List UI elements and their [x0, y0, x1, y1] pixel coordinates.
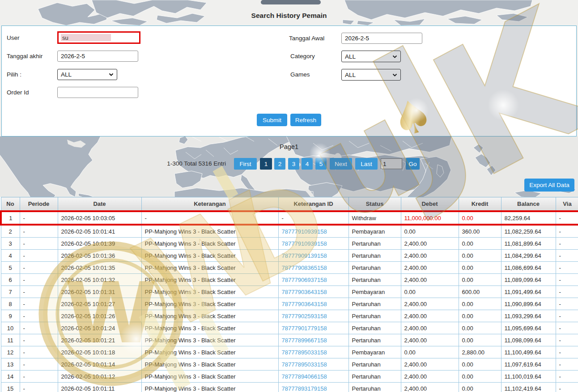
cell-balance: 82,259.64 — [501, 211, 556, 225]
order-id-label: Order Id — [7, 89, 29, 96]
cell-kredit: 0.00 — [459, 250, 501, 262]
cell-via: - — [556, 238, 578, 250]
cell-keterangan: PP-Mahjong Wins 3 - Black Scatter — [141, 383, 278, 392]
cell-via: - — [556, 322, 578, 334]
page-button-5[interactable]: 5 — [315, 158, 327, 170]
user-redaction — [61, 34, 111, 41]
pilih-select[interactable]: ALL — [57, 69, 117, 80]
cell-via: - — [556, 371, 578, 383]
cell-keterangan-id[interactable]: 78777910939158 — [278, 238, 348, 250]
cell-date: 2026-02-05 10:01:18 — [58, 346, 141, 358]
go-button[interactable]: Go — [406, 158, 420, 170]
cell-no: 15 — [1, 383, 20, 392]
export-all-data-button[interactable]: Export All Data — [524, 179, 574, 192]
col-header-status: Status — [348, 197, 401, 212]
cell-keterangan-id[interactable]: 78777894066158 — [278, 371, 348, 383]
cell-debet: 2,400.00 — [401, 334, 459, 346]
cell-keterangan-id[interactable]: 78777903643158 — [278, 286, 348, 298]
cell-no: 12 — [1, 346, 20, 358]
page-button-3[interactable]: 3 — [288, 158, 299, 170]
col-header-kredit: Kredit — [459, 197, 501, 212]
table-row: 14-2026-02-05 10:01:12PP-Mahjong Wins 3 … — [1, 371, 578, 383]
cell-keterangan: PP-Mahjong Wins 3 - Black Scatter — [141, 334, 278, 346]
page-button-1[interactable]: 1 — [260, 158, 272, 170]
cell-date: 2026-02-05 10:01:24 — [58, 322, 141, 334]
page-button-next[interactable]: Next — [330, 158, 352, 170]
cell-balance: 11,084,299.64 — [501, 250, 556, 262]
games-select[interactable]: ALL — [341, 69, 401, 81]
user-input[interactable]: su — [57, 31, 140, 44]
history-table-wrap: NoPeriodeDateKeteranganKeterangan IDStat… — [0, 197, 578, 392]
cell-balance: 11,095,699.64 — [501, 322, 556, 334]
cell-date: 2026-02-05 10:01:11 — [58, 383, 141, 392]
cell-keterangan-id[interactable]: 78777895033158 — [278, 358, 348, 371]
cell-keterangan-id[interactable]: 78777895033158 — [278, 346, 348, 358]
cell-balance: 11,086,699.64 — [501, 262, 556, 274]
cell-keterangan-id[interactable]: 78777903643158 — [278, 298, 348, 310]
cell-status: Pertaruhan — [348, 334, 401, 346]
cell-periode: - — [20, 286, 58, 298]
page-button-2[interactable]: 2 — [274, 158, 285, 170]
page-button-4[interactable]: 4 — [302, 158, 313, 170]
cell-periode: - — [20, 250, 58, 262]
cell-kredit: 600.00 — [459, 286, 501, 298]
cell-kredit: 0.00 — [459, 371, 501, 383]
col-header-keterangan-id: Keterangan ID — [278, 197, 348, 212]
refresh-button[interactable]: Refresh — [290, 114, 321, 126]
cell-keterangan-id[interactable]: 78777908365158 — [278, 262, 348, 274]
cell-keterangan-id[interactable]: 78777902593158 — [278, 310, 348, 322]
cell-status: Withdraw — [348, 211, 401, 225]
cell-periode: - — [20, 298, 58, 310]
cell-periode: - — [20, 322, 58, 334]
cell-periode: - — [20, 262, 58, 274]
cell-debet: 2,400.00 — [401, 358, 459, 371]
entries-range-text: 1-300 Total 5316 Entri — [134, 158, 226, 170]
submit-button[interactable]: Submit — [257, 114, 287, 126]
category-select[interactable]: ALL — [341, 51, 401, 62]
cell-periode: - — [20, 371, 58, 383]
cell-keterangan-id[interactable]: 78777910939158 — [278, 225, 348, 238]
cell-kredit: 0.00 — [459, 322, 501, 334]
cell-periode: - — [20, 383, 58, 392]
cell-no: 8 — [1, 298, 20, 310]
page-button-last[interactable]: Last — [355, 158, 378, 170]
cell-date: 2026-02-05 10:01:27 — [58, 298, 141, 310]
tanggal-awal-input[interactable]: 2026-2-5 — [341, 33, 422, 44]
table-row: 2-2026-02-05 10:01:41PP-Mahjong Wins 3 -… — [1, 225, 578, 238]
cell-keterangan-id[interactable]: 78777901779158 — [278, 322, 348, 334]
table-row: 4-2026-02-05 10:01:36PP-Mahjong Wins 3 -… — [1, 250, 578, 262]
cell-status: Pertaruhan — [348, 383, 401, 392]
order-id-input[interactable] — [57, 87, 138, 98]
cell-no: 11 — [1, 334, 20, 346]
cell-debet: 2,400.00 — [401, 298, 459, 310]
col-header-via: Via — [556, 197, 578, 212]
page-button-first[interactable]: First — [234, 158, 257, 170]
cell-keterangan-id[interactable]: 78777909139158 — [278, 250, 348, 262]
col-header-date: Date — [58, 197, 141, 212]
cell-periode: - — [20, 225, 58, 238]
cell-date: 2026-02-05 10:01:35 — [58, 262, 141, 274]
cell-date: 2026-02-05 10:01:41 — [58, 225, 141, 238]
cell-balance: 11,091,499.64 — [501, 286, 556, 298]
table-row: 9-2026-02-05 10:01:26PP-Mahjong Wins 3 -… — [1, 310, 578, 322]
cell-status: Pembayaran — [348, 225, 401, 238]
cell-debet: 2,400.00 — [401, 371, 459, 383]
search-form-panel: User su Tanggal akhir 2026-2-5 Pilih : A… — [1, 26, 577, 136]
cell-balance: 11,081,899.64 — [501, 238, 556, 250]
cell-keterangan-id[interactable]: 78777893179158 — [278, 383, 348, 392]
cell-date: 2026-02-05 10:01:14 — [58, 358, 141, 371]
cell-keterangan-id[interactable]: 78777906937158 — [278, 274, 348, 286]
cell-debet: 2,400.00 — [401, 383, 459, 392]
cell-periode: - — [20, 238, 58, 250]
cell-kredit: 0.00 — [459, 383, 501, 392]
cell-balance: 11,098,099.64 — [501, 334, 556, 346]
games-label: Games — [290, 71, 310, 78]
cell-keterangan-id[interactable]: 78777899667158 — [278, 334, 348, 346]
tanggal-akhir-input[interactable]: 2026-2-5 — [57, 51, 138, 62]
goto-page-input[interactable]: 1 — [381, 158, 402, 169]
chevron-down-icon — [392, 55, 397, 58]
cell-keterangan: PP-Mahjong Wins 3 - Black Scatter — [141, 298, 278, 310]
cell-via: - — [556, 274, 578, 286]
cell-no: 14 — [1, 371, 20, 383]
cell-via: - — [556, 250, 578, 262]
